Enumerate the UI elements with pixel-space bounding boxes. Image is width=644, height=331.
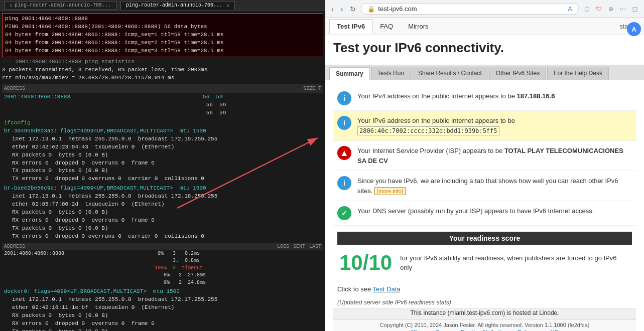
nav-tab-test-ipv6[interactable]: Test IPv6	[329, 19, 372, 34]
ifconfig-tx2: TX packets 0 bytes 0 (0.0 B)	[2, 225, 323, 233]
terminal-tab-2[interactable]: ping-router-admin-anuncio-700... ✕	[120, 1, 235, 10]
translate-button[interactable]: A	[627, 22, 641, 36]
loss-row-3: 100% 3 timeout	[2, 265, 323, 272]
info-icon-1: i	[337, 91, 351, 105]
page-title-area: Test your IPv6 connectivity.	[325, 35, 644, 65]
ext-icon-1[interactable]: ⬡	[582, 6, 592, 13]
ifconfig-rx1: RX packets 0 bytes 0 (0.0 B)	[2, 151, 323, 159]
tab-summary[interactable]: Summary	[329, 67, 370, 80]
ifconfig-rx3: RX packets 0 bytes 0 (0.0 B)	[2, 312, 323, 320]
translate-icon-inline: A	[568, 5, 572, 13]
lock-icon: 🔒	[367, 6, 375, 13]
loss-row-5: 0% 2 24.8ms	[2, 279, 323, 287]
ipv6-note-text: Since you have IPv6, we are including a …	[357, 176, 632, 196]
terminal-panel: ✕ ping-router-admin-anuncio-700... ping-…	[0, 0, 325, 331]
ipv4-text: Your IPv4 address on the public Internet…	[357, 91, 555, 101]
table-row: 56 59	[2, 101, 323, 109]
score-section: Your readiness score 10/10 for your IPv6…	[333, 226, 636, 281]
ifconfig-adapter2: br-baee2be56c9a: flags=4099<UP,BROADCAST…	[2, 185, 323, 193]
ifconfig-inet1: inet 172.19.0.1 netmask 255.255.0.0 broa…	[2, 135, 323, 143]
footer-attributions[interactable]: Attributions	[482, 329, 510, 331]
terminal-content: ping 2001:4860:4860::8888 PING 2001:4860…	[0, 11, 325, 331]
dns-text: Your DNS server (possibly run by your IS…	[357, 206, 594, 216]
ext-icon-2[interactable]: 🛡	[594, 6, 604, 13]
ifconfig-tx3: TX packets 0 bytes 0 (0.0 B)	[2, 328, 323, 331]
isp-row: ▲ Your Internet Service Provider (ISP) a…	[333, 141, 636, 171]
site-nav: Test IPv6 FAQ Mirrors stats	[325, 18, 644, 35]
tab-share[interactable]: Share Results / Contact	[412, 67, 488, 80]
nav-tab-faq[interactable]: FAQ	[372, 19, 401, 34]
test-data-row: Click to see Test Data	[333, 281, 636, 297]
ext-icon-4[interactable]: ⋯	[618, 5, 628, 13]
address-text: test-ipv6.com	[378, 5, 417, 13]
back-button[interactable]: ‹	[329, 4, 336, 14]
forward-button[interactable]: ›	[339, 4, 345, 14]
ping-stats-result: 3 packets transmitted, 3 received, 0% pa…	[2, 66, 323, 74]
page-title: Test your IPv6 connectivity.	[333, 40, 636, 56]
browser-chrome: ‹ › ↻ 🔒 test-ipv6.com A ⬡ 🛡 ⊕ ⋯ □	[325, 0, 644, 18]
dns-row: ✓ Your DNS server (possibly run by your …	[333, 201, 636, 226]
ifconfig-tx1: TX packets 0 bytes 0 (0.0 B)	[2, 167, 323, 175]
terminal-tab-bar[interactable]: ✕ ping-router-admin-anuncio-700... ping-…	[0, 0, 325, 11]
isp-text: Your Internet Service Provider (ISP) app…	[357, 146, 632, 165]
ipv4-row: i Your IPv4 address on the public Intern…	[333, 86, 636, 111]
updated-stats: (Updated server side IPv6 readiness stat…	[333, 297, 636, 308]
loss-row-1: 2001:4860:4860::8888 0% 3 0.2ms	[2, 250, 323, 258]
info-icon-2: i	[337, 116, 351, 130]
address-bar[interactable]: 🔒 test-ipv6.com A	[361, 3, 579, 15]
reload-button[interactable]: ↻	[348, 4, 358, 14]
ifconfig-header: ifconfig	[2, 119, 323, 127]
ping-stats-header: --- 2001:4860:4860::8888 ping statistics…	[2, 58, 323, 66]
ping-rtt: rtt min/avg/max/mdev = 28.083/28.094/28.…	[2, 74, 323, 82]
loss-row-4: 0% 2 27.8ms	[2, 272, 323, 279]
tab-other-sites[interactable]: Other IPv6 Sites	[489, 67, 546, 80]
footer-mirrors[interactable]: Mirrors	[411, 329, 428, 331]
loss-table-header: ADDRESS LOSS SENT LAST	[2, 243, 323, 250]
table-row: 56 59	[2, 109, 323, 117]
extension-icons: ⬡ 🛡 ⊕ ⋯ □	[582, 5, 640, 13]
nav-tab-mirrors[interactable]: Mirrors	[401, 19, 436, 34]
browser-panel: ‹ › ↻ 🔒 test-ipv6.com A ⬡ 🛡 ⊕ ⋯ □ A Test…	[325, 0, 644, 331]
ipv6-text: Your IPv6 address on the public Internet…	[357, 116, 515, 135]
ifconfig-ether2: ether 02:85:f7:80:2d txqueuelen 0 (Ether…	[2, 201, 323, 209]
tab-help-desk[interactable]: For the Help Desk	[547, 67, 609, 80]
table-section: ADDRESS SIZE_T	[2, 84, 323, 94]
footer-debug[interactable]: Debug	[518, 329, 534, 331]
footer-email[interactable]: Email	[461, 329, 475, 331]
ifconfig-inet3: inet 172.17.0.1 netmask 255.255.0.0 broa…	[2, 296, 323, 304]
ipv6-address: 2806:40c:7002:cccc:332d:bdd1:939b:5ff5	[357, 126, 499, 135]
test-data-link[interactable]: Test Data	[373, 285, 401, 293]
ifconfig-adapter1: br-304959ded3a3: flags=4099<UP,BROADCAST…	[2, 127, 323, 135]
info-icon-4: i	[337, 176, 351, 190]
ifconfig-tx-err2: TX errors 0 dropped 0 overruns 0 carrier…	[2, 233, 323, 241]
tab-tests-run[interactable]: Tests Run	[371, 67, 411, 80]
page-footer: Copyright (C) 2010, 2024 Jason Fesler. A…	[333, 319, 636, 331]
table-row: 2001:4860:4860::8888 56 59	[2, 93, 323, 101]
ifconfig-inet2: inet 172.18.0.1 netmask 255.255.0.0 broa…	[2, 193, 323, 201]
ifconfig-ether3: ether 02:42:16:11:1e:bf txqueuelen 0 (Et…	[2, 304, 323, 312]
footer-locale[interactable]: en_US	[541, 329, 558, 331]
score-value: 10/10	[339, 251, 392, 275]
score-desc: for your IPv6 stability and readiness, w…	[400, 253, 630, 273]
score-header: Your readiness score	[337, 232, 632, 245]
copyright-text: Copyright (C) 2010, 2024 Jason Fesler. A…	[337, 322, 632, 328]
content-tabs: Summary Tests Run Share Results / Contac…	[325, 65, 644, 80]
loss-row-2: 3. 0.8ms	[2, 257, 323, 265]
info-icon-5: ✓	[337, 206, 351, 220]
ifconfig-adapter3: docker0: flags=4099<UP,BROADCAST,MULTICA…	[2, 288, 323, 296]
more-info-link[interactable]: [more info]	[374, 187, 406, 195]
ifconfig-rx-err3: RX errors 0 dropped 0 overruns 0 frame 0	[2, 320, 323, 328]
ext-icon-5[interactable]: □	[630, 5, 640, 13]
ifconfig-rx-err1: RX errors 0 dropped 0 overruns 0 frame 0	[2, 159, 323, 168]
ext-icon-3[interactable]: ⊕	[606, 6, 616, 13]
main-content: i Your IPv4 address on the public Intern…	[325, 80, 644, 331]
ipv6-row: i Your IPv6 address on the public Intern…	[333, 111, 636, 141]
ping-box: ping 2001:4860:4860::8888 PING 2001:4860…	[2, 13, 323, 57]
footer-source[interactable]: Source	[436, 329, 453, 331]
terminal-tab-1[interactable]: ✕ ping-router-admin-anuncio-700...	[4, 1, 116, 10]
ipv6-note-row: i Since you have IPv6, we are including …	[333, 171, 636, 201]
ifconfig-rx2: RX packets 0 bytes 0 (0.0 B)	[2, 209, 323, 217]
hosted-text: This instance (miami.test-ipv6.com) is h…	[333, 308, 636, 319]
score-body: 10/10 for your IPv6 stability and readin…	[337, 249, 632, 277]
ifconfig-tx-err1: TX errors 0 dropped 0 overruns 0 carrier…	[2, 175, 323, 183]
